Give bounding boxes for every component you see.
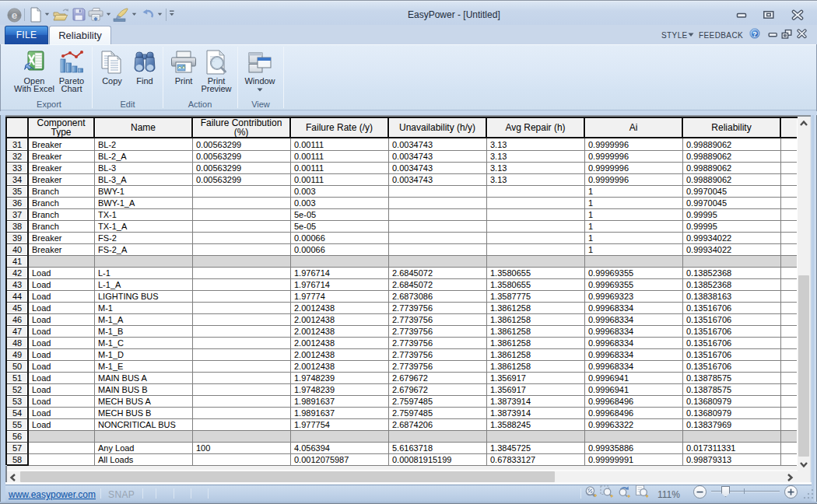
svg-text:?: ? [752, 30, 757, 38]
svg-text:e: e [12, 9, 18, 21]
